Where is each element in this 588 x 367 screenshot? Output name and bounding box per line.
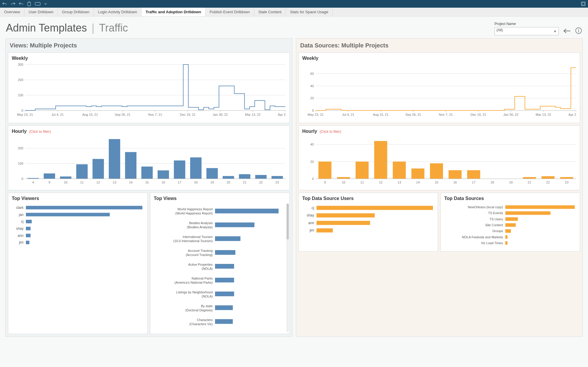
svg-rect-155 — [411, 168, 424, 179]
top-views-scrollbar[interactable] — [286, 204, 289, 332]
tab-publish-event[interactable]: Publish Event Drilldown — [206, 8, 254, 16]
svg-text:20: 20 — [226, 181, 230, 184]
svg-rect-6 — [578, 30, 579, 32]
tab-user-drilldown[interactable]: User Drilldown — [24, 8, 58, 16]
svg-rect-68 — [255, 175, 267, 179]
svg-text:19: 19 — [210, 181, 214, 184]
tab-login-activity[interactable]: Login Activity Drilldown — [94, 8, 141, 16]
top-views-chart[interactable]: World Happiness Report(World Happiness R… — [154, 203, 286, 330]
filter-value: (All) — [497, 28, 503, 32]
svg-text:cj: cj — [21, 219, 24, 224]
svg-rect-149 — [355, 162, 368, 179]
svg-text:(Characters Viz): (Characters Viz) — [189, 322, 212, 326]
project-name-select[interactable]: (All) ▼ — [494, 27, 559, 35]
ds-weekly-chart[interactable]: 0204060May 23, 21Jul 4, 21Aug 15, 21Sep … — [302, 63, 577, 119]
svg-text:Beatles Analysis: Beatles Analysis — [189, 221, 213, 225]
views-hourly-chart[interactable]: 0100200491011121314151617181920212223 — [12, 136, 286, 186]
svg-rect-147 — [337, 177, 350, 179]
svg-text:shay: shay — [307, 213, 314, 217]
svg-rect-194 — [505, 241, 507, 245]
svg-rect-79 — [26, 227, 31, 230]
svg-text:Dec 19, 21: Dec 19, 21 — [470, 113, 486, 116]
svg-text:By state: By state — [201, 304, 213, 308]
datasources-section: Data Sources: Multiple Projects Weekly 0… — [296, 38, 583, 337]
presentation-icon[interactable] — [35, 2, 41, 6]
views-weekly-chart[interactable]: 0100200300May 23, 21Jul 4, 21Aug 15, 21S… — [12, 63, 286, 119]
svg-text:0: 0 — [312, 177, 314, 181]
svg-text:19: 19 — [509, 181, 512, 184]
svg-rect-62 — [206, 168, 218, 179]
svg-text:May 23, 21: May 23, 21 — [307, 113, 323, 116]
svg-text:Apr 24, 22: Apr 24, 22 — [278, 113, 286, 116]
tab-space-usage[interactable]: Stats for Space Usage — [286, 8, 333, 16]
views-weekly-title: Weekly — [12, 56, 286, 61]
top-viewers-title: Top Viewers — [12, 196, 144, 201]
save-icon[interactable] — [27, 1, 31, 6]
svg-text:40: 40 — [310, 143, 314, 146]
svg-text:jim: jim — [19, 240, 24, 244]
tab-group-drilldown[interactable]: Group Drilldown — [58, 8, 94, 16]
svg-text:(Doctoral Degrees): (Doctoral Degrees) — [185, 308, 213, 312]
top-viewers-panel: Top Viewers clarkjancjshayannjim — [8, 193, 148, 334]
svg-text:Jul 4, 21: Jul 4, 21 — [342, 113, 354, 116]
top-ds-users-title: Top Data Source Users — [302, 196, 434, 201]
svg-text:Account Tracking: Account Tracking — [188, 249, 212, 252]
tab-traffic-adoption[interactable]: Traffic and Adoption Drilldown — [141, 8, 206, 16]
project-name-filter: Project Name (All) ▼ — [494, 22, 559, 35]
top-ds-chart[interactable]: NewOrleans (local copy)TS EventsTS Users… — [444, 203, 576, 247]
sheet-tabs: Overview User Drilldown Group Drilldown … — [0, 8, 588, 16]
svg-text:Listings by Neighborhood: Listings by Neighborhood — [176, 290, 213, 294]
svg-text:20: 20 — [310, 96, 314, 100]
svg-text:Jan 30, 22: Jan 30, 22 — [503, 113, 518, 116]
info-icon[interactable] — [575, 27, 582, 35]
top-viewers-chart[interactable]: clarkjancjshayannjim — [12, 203, 144, 247]
svg-text:15: 15 — [434, 181, 438, 184]
svg-text:NOLA Festivals and Markets: NOLA Festivals and Markets — [462, 235, 503, 239]
undo-icon[interactable] — [2, 2, 7, 6]
hourly-hint: (Click to filter) — [29, 130, 51, 134]
svg-text:200: 200 — [18, 78, 23, 82]
ds-hourly-chart[interactable]: 02040910111213141516171819212223 — [302, 136, 577, 186]
svg-text:11: 11 — [80, 181, 84, 184]
menu-caret-icon[interactable] — [44, 3, 47, 5]
svg-rect-64 — [223, 176, 234, 179]
svg-rect-75 — [26, 213, 110, 216]
fullscreen-icon[interactable] — [581, 1, 586, 6]
svg-rect-100 — [215, 278, 234, 282]
svg-text:Characters: Characters — [197, 318, 213, 322]
svg-text:10: 10 — [342, 181, 345, 184]
svg-text:12: 12 — [96, 181, 100, 184]
svg-rect-159 — [448, 170, 461, 179]
svg-text:100: 100 — [18, 162, 23, 165]
svg-rect-54 — [141, 167, 153, 179]
svg-text:10: 10 — [64, 181, 67, 184]
top-views-panel: Top Views World Happiness Report(World H… — [150, 193, 290, 334]
back-arrow-icon[interactable] — [563, 28, 571, 35]
svg-text:NewOrleans (local copy): NewOrleans (local copy) — [468, 205, 503, 209]
svg-text:(Beatles Analysis): (Beatles Analysis) — [187, 225, 212, 229]
svg-point-5 — [578, 29, 579, 30]
svg-text:ann: ann — [308, 221, 314, 225]
svg-rect-145 — [318, 162, 331, 179]
svg-text:13: 13 — [397, 181, 401, 184]
top-ds-users-panel: Top Data Source Users cjshayannjim — [299, 193, 438, 252]
svg-text:Dec 19, 21: Dec 19, 21 — [180, 113, 196, 116]
ds-section-title: Data Sources: Multiple Projects — [299, 41, 580, 50]
redo-icon[interactable] — [11, 2, 15, 6]
svg-text:Jan 30, 22: Jan 30, 22 — [213, 113, 228, 116]
revert-icon[interactable] — [19, 2, 24, 6]
svg-text:20: 20 — [310, 160, 314, 163]
svg-text:Jul 4, 21: Jul 4, 21 — [51, 113, 64, 116]
title-prefix: Admin Templates — [6, 22, 87, 34]
top-ds-users-chart[interactable]: cjshayannjim — [302, 203, 434, 235]
svg-text:18: 18 — [194, 181, 198, 184]
top-toolbar — [0, 0, 588, 8]
tab-overview[interactable]: Overview — [0, 8, 24, 16]
svg-text:0: 0 — [312, 109, 314, 112]
svg-rect-151 — [374, 141, 387, 179]
svg-rect-176 — [317, 213, 375, 217]
hourly-label: Hourly — [12, 129, 27, 134]
svg-text:Nov 7, 21: Nov 7, 21 — [148, 113, 162, 116]
tab-stale-content[interactable]: Stale Content — [254, 8, 286, 16]
chevron-down-icon: ▼ — [554, 30, 557, 33]
